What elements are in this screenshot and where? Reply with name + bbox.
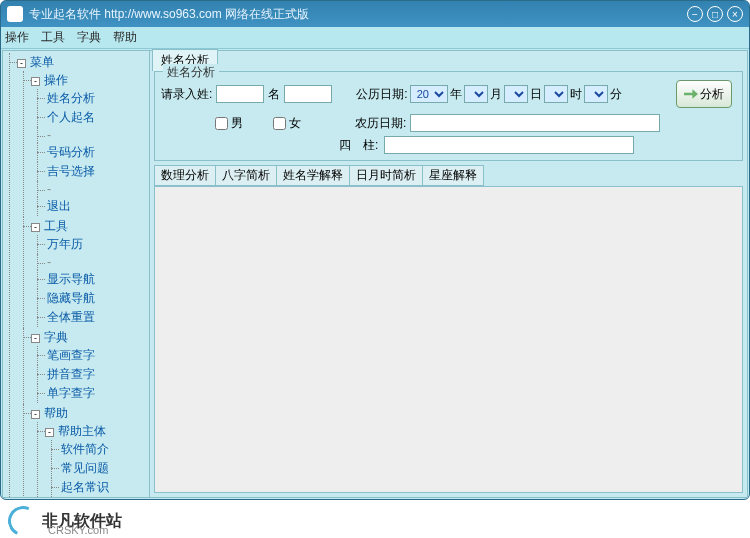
main-tabs: 姓名分析: [150, 51, 747, 71]
expand-icon[interactable]: -: [31, 223, 40, 232]
expand-icon[interactable]: -: [17, 59, 26, 68]
subtab-2[interactable]: 姓名学解释: [276, 165, 350, 186]
male-checkbox[interactable]: 男: [215, 115, 243, 132]
tree-ops-item-4[interactable]: 吉号选择: [47, 164, 95, 178]
expand-icon[interactable]: -: [31, 77, 40, 86]
female-checkbox[interactable]: 女: [273, 115, 301, 132]
tree-help-item-1[interactable]: 常见问题: [61, 461, 109, 475]
minute-unit: 分: [610, 86, 622, 103]
lunar-input[interactable]: [410, 114, 660, 132]
tree-help-main[interactable]: 帮助主体: [58, 424, 106, 438]
tree-tools-item-3[interactable]: 隐藏导航: [47, 291, 95, 305]
tree-root[interactable]: 菜单: [30, 55, 54, 69]
hour-unit: 时: [570, 86, 582, 103]
tree-separator: -: [47, 181, 147, 197]
tree-ops-item-3[interactable]: 号码分析: [47, 145, 95, 159]
tree-help-item-0[interactable]: 软件简介: [61, 442, 109, 456]
month-unit: 月: [490, 86, 502, 103]
year-unit: 年: [450, 86, 462, 103]
lunar-row: 农历日期:: [355, 114, 660, 132]
subtab-3[interactable]: 日月时简析: [349, 165, 423, 186]
tree-help[interactable]: 帮助: [44, 406, 68, 420]
tree-separator: -: [47, 254, 147, 270]
subtab-0[interactable]: 数理分析: [154, 165, 216, 186]
tree-dict-item-1[interactable]: 拼音查字: [47, 367, 95, 381]
form-legend: 姓名分析: [163, 64, 219, 81]
year-select[interactable]: 2012: [410, 85, 448, 103]
hour-select[interactable]: 10: [544, 85, 568, 103]
nongli-label: 农历日期:: [355, 115, 406, 132]
close-button[interactable]: ×: [727, 6, 743, 22]
watermark: 非凡软件站 CRSKY.com: [8, 506, 122, 536]
expand-icon[interactable]: -: [31, 334, 40, 343]
app-window: 专业起名软件 http://www.so963.com 网络在线正式版 − □ …: [0, 0, 750, 500]
watermark-domain: CRSKY.com: [48, 524, 108, 536]
menu-help[interactable]: 帮助: [113, 29, 137, 46]
sidebar: -菜单 -操作 姓名分析个人起名-号码分析吉号选择-退出 -工具 万年历-显示导…: [2, 50, 150, 498]
expand-icon[interactable]: -: [31, 410, 40, 419]
tree-dict-item-2[interactable]: 单字查字: [47, 386, 95, 400]
month-select[interactable]: 3: [464, 85, 488, 103]
tree-tools-item-4[interactable]: 全体重置: [47, 310, 95, 324]
menu-tools[interactable]: 工具: [41, 29, 65, 46]
tree-separator: -: [47, 127, 147, 143]
tree-tools-item-0[interactable]: 万年历: [47, 237, 83, 251]
surname-label: 请录入姓:: [161, 86, 212, 103]
analyze-button[interactable]: 分析: [676, 80, 732, 108]
form-row-2: 男 女 农历日期:: [161, 114, 736, 132]
main-panel: 姓名分析 姓名分析 请录入姓: 名 公历日期: 2012 年 3 月 23: [150, 50, 748, 498]
menu-dict[interactable]: 字典: [77, 29, 101, 46]
menu-ops[interactable]: 操作: [5, 29, 29, 46]
analyze-label: 分析: [700, 86, 724, 103]
tree-ops-item-0[interactable]: 姓名分析: [47, 91, 95, 105]
subtab-4[interactable]: 星座解释: [422, 165, 484, 186]
tree-tools[interactable]: 工具: [44, 219, 68, 233]
menubar: 操作 工具 字典 帮助: [1, 27, 749, 49]
tree-ops-item-6[interactable]: 退出: [47, 199, 71, 213]
gongli-label: 公历日期:: [356, 86, 407, 103]
tree-separator: -: [61, 497, 147, 498]
maximize-button[interactable]: □: [707, 6, 723, 22]
minimize-button[interactable]: −: [687, 6, 703, 22]
tree-ops[interactable]: 操作: [44, 73, 68, 87]
window-title: 专业起名软件 http://www.so963.com 网络在线正式版: [29, 6, 687, 23]
tree-tools-item-2[interactable]: 显示导航: [47, 272, 95, 286]
watermark-logo-icon: [4, 502, 42, 538]
solar-date-row: 公历日期: 2012 年 3 月 23 日 10 时 17 分: [356, 85, 621, 103]
tree-dict-item-0[interactable]: 笔画查字: [47, 348, 95, 362]
expand-icon[interactable]: -: [45, 428, 54, 437]
given-input[interactable]: [284, 85, 332, 103]
given-label: 名: [268, 86, 280, 103]
tree-dict[interactable]: 字典: [44, 330, 68, 344]
day-select[interactable]: 23: [504, 85, 528, 103]
sub-tabs: 数理分析八字简析姓名学解释日月时简析星座解释: [150, 165, 747, 186]
sizhu-input[interactable]: [384, 136, 634, 154]
app-icon: [7, 6, 23, 22]
minute-select[interactable]: 17: [584, 85, 608, 103]
tree-ops-item-1[interactable]: 个人起名: [47, 110, 95, 124]
tree-help-item-2[interactable]: 起名常识: [61, 480, 109, 494]
subtab-1[interactable]: 八字简析: [215, 165, 277, 186]
window-controls: − □ ×: [687, 6, 743, 22]
nav-tree: -菜单 -操作 姓名分析个人起名-号码分析吉号选择-退出 -工具 万年历-显示导…: [5, 53, 147, 498]
form-row-3: 四 柱:: [161, 136, 736, 154]
form-panel: 姓名分析 请录入姓: 名 公历日期: 2012 年 3 月 23 日 10: [154, 71, 743, 161]
content-pane: [154, 186, 743, 493]
day-unit: 日: [530, 86, 542, 103]
sizhu-label: 四 柱:: [339, 137, 378, 154]
body-area: -菜单 -操作 姓名分析个人起名-号码分析吉号选择-退出 -工具 万年历-显示导…: [1, 49, 749, 499]
arrow-icon: [684, 88, 698, 100]
form-row-1: 请录入姓: 名 公历日期: 2012 年 3 月 23 日 10 时 1: [161, 80, 736, 108]
titlebar: 专业起名软件 http://www.so963.com 网络在线正式版 − □ …: [1, 1, 749, 27]
surname-input[interactable]: [216, 85, 264, 103]
